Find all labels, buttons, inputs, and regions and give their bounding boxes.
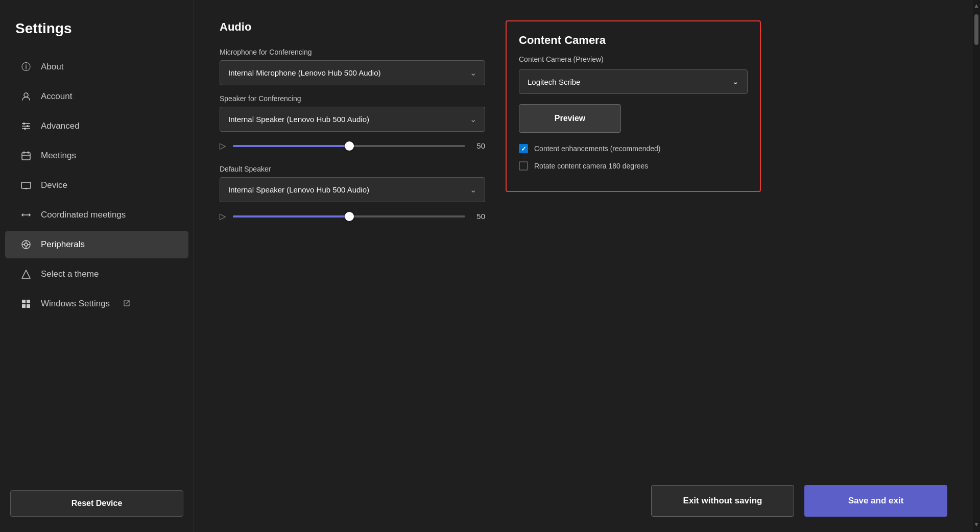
scroll-up-icon[interactable]: ▲ bbox=[973, 2, 979, 9]
default-volume-fill bbox=[233, 215, 349, 217]
svg-rect-24 bbox=[27, 304, 30, 308]
camera-value: Logitech Scribe bbox=[528, 78, 580, 86]
default-volume-value: 50 bbox=[472, 212, 485, 221]
svg-rect-11 bbox=[21, 182, 31, 188]
svg-point-0 bbox=[24, 93, 28, 97]
audio-title: Audio bbox=[220, 20, 485, 34]
sidebar-item-windows-settings[interactable]: Windows Settings bbox=[5, 290, 188, 318]
microphone-label: Microphone for Conferencing bbox=[220, 48, 485, 56]
camera-dropdown[interactable]: Logitech Scribe ⌄ bbox=[519, 69, 748, 94]
bottom-bar: Exit without saving Save and exit bbox=[220, 485, 952, 517]
meetings-icon bbox=[20, 150, 32, 161]
account-icon bbox=[20, 91, 32, 102]
sidebar-item-theme-label: Select a theme bbox=[41, 269, 99, 279]
sidebar-item-peripherals-label: Peripherals bbox=[41, 239, 85, 250]
speaker-chevron-icon: ⌄ bbox=[470, 114, 476, 124]
reset-device-button[interactable]: Reset Device bbox=[10, 490, 183, 517]
camera-subtitle: Content Camera (Preview) bbox=[519, 55, 748, 63]
sidebar-item-about[interactable]: ⓘ About bbox=[5, 53, 188, 81]
sidebar-item-coordinated[interactable]: Coordinated meetings bbox=[5, 201, 188, 229]
sidebar-item-select-theme[interactable]: Select a theme bbox=[5, 260, 188, 288]
content-camera-section: Content Camera Content Camera (Preview) … bbox=[506, 20, 761, 192]
camera-title: Content Camera bbox=[519, 34, 748, 47]
sidebar-item-meetings[interactable]: Meetings bbox=[5, 142, 188, 170]
sidebar-item-advanced-label: Advanced bbox=[41, 121, 80, 131]
sidebar-item-account[interactable]: Account bbox=[5, 83, 188, 110]
speaker-dropdown[interactable]: Internal Speaker (Lenovo Hub 500 Audio) … bbox=[220, 107, 485, 132]
default-volume-slider[interactable] bbox=[233, 215, 465, 217]
svg-rect-23 bbox=[22, 304, 26, 308]
sidebar-item-coordinated-label: Coordinated meetings bbox=[41, 210, 126, 220]
advanced-icon bbox=[20, 120, 32, 132]
scroll-down-icon[interactable]: ▼ bbox=[973, 521, 979, 528]
main-content: Audio Microphone for Conferencing Intern… bbox=[194, 0, 973, 532]
exit-without-saving-button[interactable]: Exit without saving bbox=[651, 485, 794, 517]
windows-icon bbox=[20, 298, 32, 309]
rotate-checkbox[interactable] bbox=[519, 161, 528, 171]
svg-rect-21 bbox=[22, 300, 26, 303]
svg-point-15 bbox=[25, 243, 28, 246]
audio-section: Audio Microphone for Conferencing Intern… bbox=[220, 20, 485, 465]
device-icon bbox=[20, 180, 32, 191]
svg-rect-22 bbox=[27, 300, 30, 303]
sidebar-item-device[interactable]: Device bbox=[5, 172, 188, 199]
speaker-volume-fill bbox=[233, 145, 349, 147]
theme-icon bbox=[20, 269, 32, 280]
speaker-volume-slider[interactable] bbox=[233, 145, 465, 147]
speaker-volume-thumb[interactable] bbox=[345, 141, 354, 151]
sidebar-item-windows-label: Windows Settings bbox=[41, 299, 110, 309]
info-icon: ⓘ bbox=[20, 61, 32, 72]
sidebar-item-peripherals[interactable]: Peripherals bbox=[5, 231, 188, 258]
default-speaker-chevron-icon: ⌄ bbox=[470, 185, 476, 195]
enhancements-label: Content enhancements (recommended) bbox=[534, 144, 660, 153]
speaker-play-icon[interactable]: ▷ bbox=[220, 141, 226, 151]
sidebar-title: Settings bbox=[0, 15, 194, 52]
scrollbar[interactable]: ▲ ▼ bbox=[973, 0, 980, 532]
rotate-row: Rotate content camera 180 degrees bbox=[519, 161, 748, 171]
external-link-icon bbox=[123, 300, 130, 308]
speaker-volume-value: 50 bbox=[472, 141, 485, 150]
default-play-icon[interactable]: ▷ bbox=[220, 211, 226, 221]
sidebar-item-advanced[interactable]: Advanced bbox=[5, 112, 188, 140]
default-speaker-value: Internal Speaker (Lenovo Hub 500 Audio) bbox=[228, 185, 369, 194]
default-volume-thumb[interactable] bbox=[345, 212, 354, 221]
sidebar-item-meetings-label: Meetings bbox=[41, 151, 76, 161]
default-speaker-label: Default Speaker bbox=[220, 165, 485, 173]
sidebar: Settings ⓘ About Account Advanced Meetin… bbox=[0, 0, 194, 532]
save-and-exit-button[interactable]: Save and exit bbox=[804, 485, 947, 517]
svg-point-5 bbox=[27, 125, 29, 127]
microphone-dropdown[interactable]: Internal Microphone (Lenovo Hub 500 Audi… bbox=[220, 60, 485, 85]
peripherals-icon bbox=[20, 239, 32, 250]
svg-marker-20 bbox=[22, 270, 30, 278]
svg-point-6 bbox=[24, 128, 26, 130]
microphone-chevron-icon: ⌄ bbox=[470, 68, 476, 78]
speaker-value: Internal Speaker (Lenovo Hub 500 Audio) bbox=[228, 115, 369, 124]
microphone-value: Internal Microphone (Lenovo Hub 500 Audi… bbox=[228, 68, 381, 77]
svg-rect-7 bbox=[22, 153, 30, 160]
default-speaker-dropdown[interactable]: Internal Speaker (Lenovo Hub 500 Audio) … bbox=[220, 177, 485, 202]
sidebar-item-device-label: Device bbox=[41, 180, 67, 190]
sidebar-item-about-label: About bbox=[41, 62, 63, 72]
enhancements-checkbox[interactable] bbox=[519, 144, 528, 153]
svg-line-25 bbox=[126, 301, 129, 304]
svg-point-4 bbox=[23, 123, 25, 125]
default-volume-row: ▷ 50 bbox=[220, 211, 485, 221]
sidebar-item-account-label: Account bbox=[41, 91, 72, 102]
rotate-label: Rotate content camera 180 degrees bbox=[534, 162, 648, 170]
speaker-volume-row: ▷ 50 bbox=[220, 141, 485, 151]
content-row: Audio Microphone for Conferencing Intern… bbox=[220, 20, 952, 465]
preview-button[interactable]: Preview bbox=[519, 104, 621, 133]
speaker-label: Speaker for Conferencing bbox=[220, 94, 485, 103]
scrollbar-thumb[interactable] bbox=[974, 14, 978, 45]
enhancements-row: Content enhancements (recommended) bbox=[519, 144, 748, 153]
coordinated-icon bbox=[20, 209, 32, 221]
camera-chevron-icon: ⌄ bbox=[732, 77, 739, 86]
